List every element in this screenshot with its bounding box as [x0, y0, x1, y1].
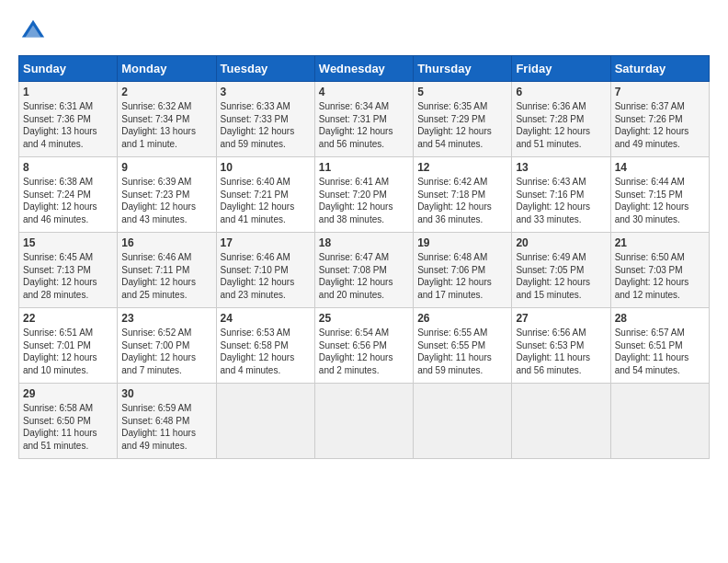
day-info: Sunrise: 6:46 AM Sunset: 7:10 PM Dayligh… [221, 251, 311, 301]
week-row-2: 8Sunrise: 6:38 AM Sunset: 7:24 PM Daylig… [19, 157, 710, 233]
day-number: 17 [221, 236, 311, 249]
day-cell: 4Sunrise: 6:34 AM Sunset: 7:31 PM Daylig… [314, 82, 413, 157]
day-cell: 11Sunrise: 6:41 AM Sunset: 7:20 PM Dayli… [314, 157, 413, 233]
day-number: 23 [121, 312, 211, 325]
day-info: Sunrise: 6:52 AM Sunset: 7:00 PM Dayligh… [121, 327, 211, 376]
day-info: Sunrise: 6:54 AM Sunset: 6:56 PM Dayligh… [319, 327, 409, 376]
day-cell: 28Sunrise: 6:57 AM Sunset: 6:51 PM Dayli… [610, 308, 709, 384]
day-info: Sunrise: 6:50 AM Sunset: 7:03 PM Dayligh… [615, 251, 705, 301]
day-cell: 25Sunrise: 6:54 AM Sunset: 6:56 PM Dayli… [314, 308, 413, 384]
day-info: Sunrise: 6:43 AM Sunset: 7:16 PM Dayligh… [516, 176, 606, 225]
day-number: 11 [319, 161, 409, 174]
day-cell: 17Sunrise: 6:46 AM Sunset: 7:10 PM Dayli… [216, 233, 314, 308]
day-info: Sunrise: 6:48 AM Sunset: 7:06 PM Dayligh… [417, 251, 507, 301]
day-number: 12 [417, 161, 507, 174]
logo-icon [20, 18, 46, 44]
day-number: 10 [221, 161, 311, 174]
day-number: 20 [516, 236, 606, 249]
day-number: 18 [319, 236, 409, 249]
header [18, 15, 710, 48]
day-cell: 10Sunrise: 6:40 AM Sunset: 7:21 PM Dayli… [216, 157, 314, 233]
day-info: Sunrise: 6:46 AM Sunset: 7:11 PM Dayligh… [121, 251, 211, 301]
col-header-tuesday: Tuesday [216, 56, 314, 82]
calendar-header: SundayMondayTuesdayWednesdayThursdayFrid… [19, 56, 710, 82]
day-info: Sunrise: 6:45 AM Sunset: 7:13 PM Dayligh… [23, 251, 113, 301]
day-cell: 14Sunrise: 6:44 AM Sunset: 7:15 PM Dayli… [610, 157, 709, 233]
day-number: 25 [319, 312, 409, 325]
day-cell: 21Sunrise: 6:50 AM Sunset: 7:03 PM Dayli… [610, 233, 709, 308]
day-info: Sunrise: 6:51 AM Sunset: 7:01 PM Dayligh… [23, 327, 113, 376]
day-info: Sunrise: 6:58 AM Sunset: 6:50 PM Dayligh… [23, 402, 113, 452]
day-info: Sunrise: 6:37 AM Sunset: 7:26 PM Dayligh… [615, 100, 705, 150]
week-row-5: 29Sunrise: 6:58 AM Sunset: 6:50 PM Dayli… [19, 384, 710, 459]
day-number: 21 [615, 236, 705, 249]
header-row: SundayMondayTuesdayWednesdayThursdayFrid… [19, 56, 710, 82]
day-cell [610, 384, 709, 459]
day-number: 2 [121, 86, 211, 98]
day-number: 29 [23, 387, 113, 400]
day-cell: 16Sunrise: 6:46 AM Sunset: 7:11 PM Dayli… [118, 233, 216, 308]
day-number: 7 [615, 86, 705, 98]
day-cell: 3Sunrise: 6:33 AM Sunset: 7:33 PM Daylig… [216, 82, 314, 157]
day-info: Sunrise: 6:56 AM Sunset: 6:53 PM Dayligh… [516, 327, 606, 376]
day-info: Sunrise: 6:33 AM Sunset: 7:33 PM Dayligh… [221, 100, 311, 150]
day-cell: 27Sunrise: 6:56 AM Sunset: 6:53 PM Dayli… [512, 308, 610, 384]
day-number: 8 [23, 161, 113, 174]
day-info: Sunrise: 6:41 AM Sunset: 7:20 PM Dayligh… [319, 176, 409, 225]
page: SundayMondayTuesdayWednesdayThursdayFrid… [0, 0, 728, 563]
day-number: 13 [516, 161, 606, 174]
day-info: Sunrise: 6:42 AM Sunset: 7:18 PM Dayligh… [417, 176, 507, 225]
day-cell [314, 384, 413, 459]
day-number: 9 [121, 161, 211, 174]
day-cell: 9Sunrise: 6:39 AM Sunset: 7:23 PM Daylig… [118, 157, 216, 233]
col-header-saturday: Saturday [610, 56, 709, 82]
day-info: Sunrise: 6:39 AM Sunset: 7:23 PM Dayligh… [121, 176, 211, 225]
day-number: 22 [23, 312, 113, 325]
day-cell: 6Sunrise: 6:36 AM Sunset: 7:28 PM Daylig… [512, 82, 610, 157]
day-info: Sunrise: 6:36 AM Sunset: 7:28 PM Dayligh… [516, 100, 606, 150]
day-cell: 7Sunrise: 6:37 AM Sunset: 7:26 PM Daylig… [610, 82, 709, 157]
day-info: Sunrise: 6:32 AM Sunset: 7:34 PM Dayligh… [121, 100, 211, 150]
day-cell [414, 384, 512, 459]
day-info: Sunrise: 6:34 AM Sunset: 7:31 PM Dayligh… [319, 100, 409, 150]
day-cell: 22Sunrise: 6:51 AM Sunset: 7:01 PM Dayli… [19, 308, 118, 384]
calendar-table: SundayMondayTuesdayWednesdayThursdayFrid… [18, 55, 710, 459]
day-cell: 13Sunrise: 6:43 AM Sunset: 7:16 PM Dayli… [512, 157, 610, 233]
col-header-friday: Friday [512, 56, 610, 82]
day-cell: 24Sunrise: 6:53 AM Sunset: 6:58 PM Dayli… [216, 308, 314, 384]
day-cell: 1Sunrise: 6:31 AM Sunset: 7:36 PM Daylig… [19, 82, 118, 157]
day-number: 14 [615, 161, 705, 174]
day-cell: 29Sunrise: 6:58 AM Sunset: 6:50 PM Dayli… [19, 384, 118, 459]
day-cell: 2Sunrise: 6:32 AM Sunset: 7:34 PM Daylig… [118, 82, 216, 157]
day-number: 27 [516, 312, 606, 325]
day-number: 24 [221, 312, 311, 325]
day-number: 4 [319, 86, 409, 98]
week-row-4: 22Sunrise: 6:51 AM Sunset: 7:01 PM Dayli… [19, 308, 710, 384]
day-info: Sunrise: 6:44 AM Sunset: 7:15 PM Dayligh… [615, 176, 705, 225]
day-info: Sunrise: 6:47 AM Sunset: 7:08 PM Dayligh… [319, 251, 409, 301]
day-number: 3 [221, 86, 311, 98]
col-header-monday: Monday [118, 56, 216, 82]
day-number: 28 [615, 312, 705, 325]
day-cell: 12Sunrise: 6:42 AM Sunset: 7:18 PM Dayli… [414, 157, 512, 233]
day-number: 5 [417, 86, 507, 98]
day-cell [216, 384, 314, 459]
day-number: 15 [23, 236, 113, 249]
logo [18, 18, 48, 48]
day-info: Sunrise: 6:57 AM Sunset: 6:51 PM Dayligh… [615, 327, 705, 376]
day-cell: 5Sunrise: 6:35 AM Sunset: 7:29 PM Daylig… [414, 82, 512, 157]
col-header-wednesday: Wednesday [314, 56, 413, 82]
day-info: Sunrise: 6:53 AM Sunset: 6:58 PM Dayligh… [221, 327, 311, 376]
day-number: 30 [121, 387, 211, 400]
col-header-sunday: Sunday [19, 56, 118, 82]
day-info: Sunrise: 6:38 AM Sunset: 7:24 PM Dayligh… [23, 176, 113, 225]
day-cell: 20Sunrise: 6:49 AM Sunset: 7:05 PM Dayli… [512, 233, 610, 308]
day-number: 26 [417, 312, 507, 325]
day-cell [512, 384, 610, 459]
day-cell: 30Sunrise: 6:59 AM Sunset: 6:48 PM Dayli… [118, 384, 216, 459]
day-cell: 15Sunrise: 6:45 AM Sunset: 7:13 PM Dayli… [19, 233, 118, 308]
week-row-3: 15Sunrise: 6:45 AM Sunset: 7:13 PM Dayli… [19, 233, 710, 308]
day-cell: 26Sunrise: 6:55 AM Sunset: 6:55 PM Dayli… [414, 308, 512, 384]
col-header-thursday: Thursday [414, 56, 512, 82]
day-info: Sunrise: 6:35 AM Sunset: 7:29 PM Dayligh… [417, 100, 507, 150]
